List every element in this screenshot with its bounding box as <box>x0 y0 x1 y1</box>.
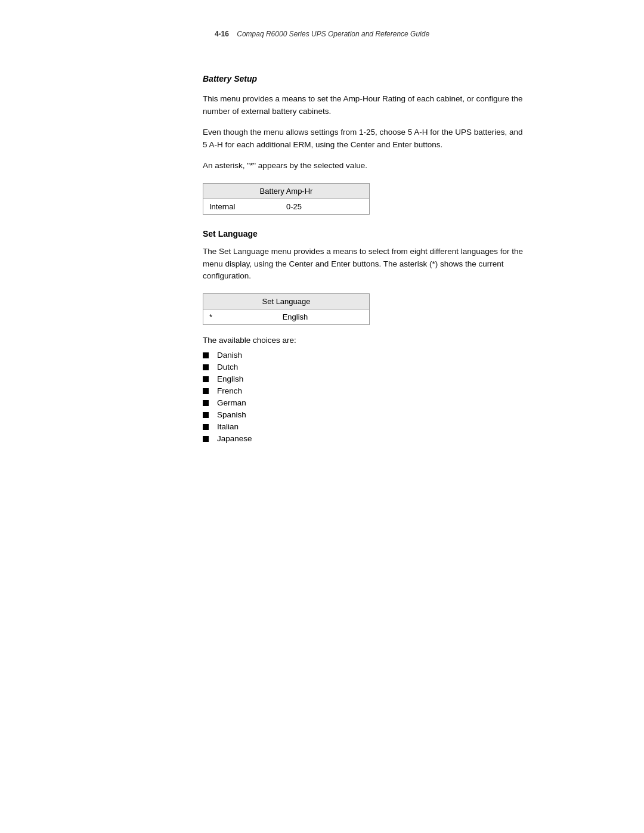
bullet-icon <box>203 364 209 370</box>
language-label: Italian <box>217 422 239 431</box>
set-language-current-value: English <box>227 312 363 321</box>
list-item: French <box>203 386 525 395</box>
battery-setup-para2: Even though the menu allows settings fro… <box>203 126 525 151</box>
header-text: 4-16 Compaq R6000 Series UPS Operation a… <box>215 30 429 38</box>
set-language-table-header: Set Language <box>203 294 369 309</box>
bullet-icon <box>203 388 209 394</box>
list-item: Dutch <box>203 363 525 371</box>
bullet-icon <box>203 424 209 430</box>
battery-table-row: Internal 0-25 <box>203 199 369 214</box>
header-title: Compaq R6000 Series UPS Operation and Re… <box>237 30 429 38</box>
battery-setup-section: Battery Setup This menu provides a means… <box>203 74 525 215</box>
set-language-section: Set Language The Set Language menu provi… <box>203 229 525 444</box>
bullet-icon <box>203 436 209 442</box>
language-label: Danish <box>217 351 242 360</box>
page-header: 4-16 Compaq R6000 Series UPS Operation a… <box>0 24 644 38</box>
language-label: Dutch <box>217 363 238 371</box>
bullet-icon <box>203 400 209 406</box>
set-language-table: Set Language * English <box>203 293 370 325</box>
set-language-asterisk: * <box>209 312 227 321</box>
list-item: Danish <box>203 351 525 360</box>
list-item: Japanese <box>203 434 525 443</box>
language-label: English <box>217 374 243 383</box>
battery-table-value: 0-25 <box>286 202 363 211</box>
battery-setup-para3: An asterisk, "*" appears by the selected… <box>203 160 525 172</box>
bullet-icon <box>203 352 209 358</box>
language-label: French <box>217 386 242 395</box>
bullet-icon <box>203 376 209 382</box>
list-item: German <box>203 398 525 407</box>
language-list: DanishDutchEnglishFrenchGermanSpanishIta… <box>203 351 525 443</box>
set-language-para1: The Set Language menu provides a means t… <box>203 246 525 283</box>
content-area: Battery Setup This menu provides a means… <box>0 56 644 482</box>
list-item: Italian <box>203 422 525 431</box>
bullet-icon <box>203 412 209 418</box>
list-item: English <box>203 374 525 383</box>
battery-table: Battery Amp-Hr Internal 0-25 <box>203 183 370 215</box>
header-page-num: 4-16 <box>215 30 229 38</box>
set-language-title: Set Language <box>203 229 525 239</box>
list-item: Spanish <box>203 410 525 419</box>
set-language-table-row: * English <box>203 309 369 324</box>
available-choices-label: The available choices are: <box>203 336 525 345</box>
battery-table-label: Internal <box>209 202 286 211</box>
page-container: 4-16 Compaq R6000 Series UPS Operation a… <box>0 0 644 833</box>
language-label: Japanese <box>217 434 252 443</box>
battery-setup-para1: This menu provides a means to set the Am… <box>203 93 525 118</box>
battery-table-header: Battery Amp-Hr <box>203 184 369 199</box>
language-label: German <box>217 398 246 407</box>
battery-setup-title: Battery Setup <box>203 74 525 83</box>
language-label: Spanish <box>217 410 246 419</box>
